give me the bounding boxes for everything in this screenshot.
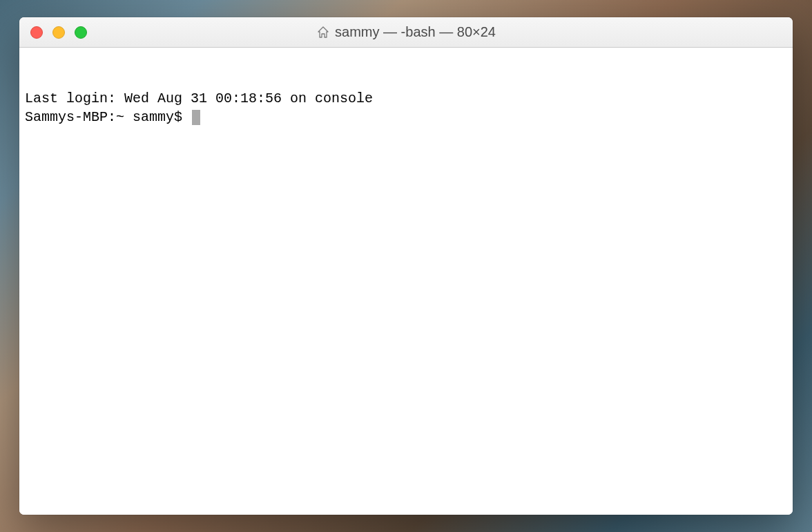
- close-button[interactable]: [30, 26, 43, 39]
- window-title: sammy — -bash — 80×24: [335, 24, 496, 40]
- home-icon: [316, 26, 330, 39]
- maximize-button[interactable]: [75, 26, 87, 39]
- terminal-content[interactable]: Last login: Wed Aug 31 00:18:56 on conso…: [19, 48, 793, 515]
- window-title-container: sammy — -bash — 80×24: [316, 24, 496, 40]
- cursor: [192, 110, 200, 125]
- last-login-line: Last login: Wed Aug 31 00:18:56 on conso…: [25, 89, 787, 108]
- terminal-window: sammy — -bash — 80×24 Last login: Wed Au…: [19, 17, 793, 515]
- titlebar[interactable]: sammy — -bash — 80×24: [19, 17, 793, 48]
- window-controls: [30, 26, 87, 39]
- prompt: Sammys-MBP:~ sammy$: [25, 109, 191, 125]
- minimize-button[interactable]: [52, 26, 65, 39]
